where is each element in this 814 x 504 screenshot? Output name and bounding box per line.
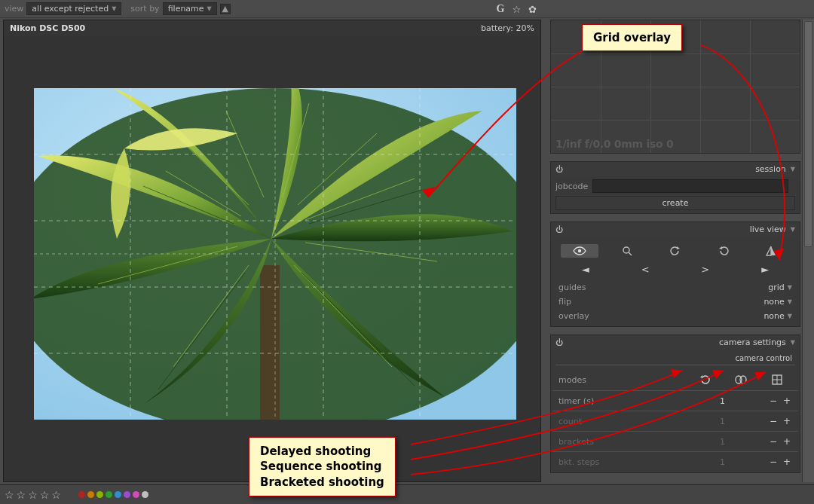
timer-value: 1 [720, 396, 765, 406]
chevron-down-icon: ▼ [791, 339, 795, 346]
delayed-shooting-icon[interactable] [690, 374, 720, 386]
chevron-down-icon: ▼ [788, 298, 792, 305]
sort-asc-button[interactable]: ▲ [220, 4, 231, 14]
sort-value: filename [168, 4, 204, 14]
color-dot[interactable] [87, 491, 94, 498]
sort-dropdown[interactable]: filename ▼ [163, 2, 217, 15]
bkt-label: bkt. steps [558, 457, 599, 467]
grouping-icon[interactable]: G [497, 3, 505, 15]
color-dot[interactable] [142, 491, 148, 498]
svg-marker-34 [771, 246, 776, 255]
guides-dropdown[interactable]: grid ▼ [768, 283, 792, 292]
svg-point-37 [740, 376, 746, 383]
overlay-value: none [764, 311, 784, 321]
create-button[interactable]: create [555, 196, 795, 210]
bracketed-shooting-icon[interactable] [762, 374, 792, 386]
sequence-shooting-icon[interactable] [726, 374, 756, 386]
chevron-down-icon: ▼ [791, 226, 795, 233]
brackets-minus[interactable]: − [768, 436, 779, 447]
color-dot[interactable] [115, 491, 121, 498]
sidebar: 1/inf f/0.0 0mm iso 0 ⏻ session ▼ jobcod… [550, 20, 800, 482]
color-dot[interactable] [96, 491, 103, 498]
flip-label: flip [558, 297, 571, 307]
session-header[interactable]: ⏻ session ▼ [551, 162, 800, 176]
annotation-sequence: Sequence shooting [260, 459, 384, 474]
rating-star-2[interactable]: ☆ [17, 489, 26, 501]
flip-value: none [764, 297, 784, 307]
camerasettings-panel: ⏻ camera settings ▼ camera control modes [550, 334, 800, 473]
bkt-value: 1 [720, 457, 765, 467]
count-label: count [558, 417, 582, 426]
power-icon: ⏻ [555, 165, 563, 173]
liveview-title: live view [750, 225, 786, 234]
rotate-cw-icon[interactable] [705, 244, 742, 258]
rotate-ccw-icon[interactable] [656, 244, 694, 258]
chevron-down-icon: ▼ [207, 5, 212, 12]
gear-icon[interactable]: ✿ [528, 4, 537, 15]
liveview-header[interactable]: ⏻ live view ▼ [551, 222, 800, 237]
color-dot[interactable] [106, 491, 112, 498]
flip-dropdown[interactable]: none ▼ [764, 297, 792, 307]
camerasettings-header[interactable]: ⏻ camera settings ▼ [551, 335, 800, 350]
play-left-icon[interactable]: ◄ [567, 262, 604, 276]
greater-than-icon[interactable]: > [687, 262, 724, 276]
rating-star-3[interactable]: ☆ [28, 489, 38, 501]
chevron-down-icon: ▼ [788, 284, 792, 291]
jobcode-label: jobcode [555, 182, 588, 191]
rating-star-4[interactable]: ☆ [40, 489, 50, 501]
chevron-down-icon: ▼ [788, 313, 792, 319]
power-icon: ⏻ [555, 225, 563, 234]
timer-plus[interactable]: + [782, 396, 792, 406]
color-label-dots [78, 491, 148, 498]
rating-star-1[interactable]: ☆ [5, 489, 14, 501]
modes-label: modes [558, 375, 586, 385]
svg-point-29 [623, 247, 629, 253]
bottombar: ☆ ☆ ☆ ☆ ☆ [0, 484, 814, 504]
brackets-label: brackets [558, 437, 594, 447]
svg-marker-33 [767, 246, 771, 255]
bkt-plus[interactable]: + [782, 457, 792, 467]
svg-rect-3 [260, 265, 280, 420]
annotation-shooting-modes: Delayed shooting Sequence shooting Brack… [249, 437, 396, 496]
liveview-panel: ⏻ live view ▼ [550, 221, 800, 327]
topbar: view all except rejected ▼ sort by filen… [0, 0, 814, 18]
less-than-icon[interactable]: < [626, 262, 664, 276]
session-title: session [755, 164, 786, 174]
count-minus[interactable]: − [768, 416, 779, 426]
timer-label: timer (s) [558, 396, 594, 406]
mirror-icon[interactable] [752, 244, 790, 258]
camerasettings-title: camera settings [719, 338, 786, 347]
sort-label: sort by [130, 4, 159, 14]
preview-exif: 1/inf f/0.0 0mm iso 0 [555, 138, 673, 150]
timer-minus[interactable]: − [768, 396, 779, 406]
camera-control-tab[interactable]: camera control [555, 353, 795, 365]
topbar-right: G ☆ ✿ [497, 0, 537, 18]
play-right-icon[interactable]: ► [746, 262, 784, 276]
guides-label: guides [558, 283, 586, 292]
color-dot[interactable] [133, 491, 139, 498]
svg-marker-31 [677, 246, 680, 249]
power-icon: ⏻ [555, 338, 563, 347]
view-value: all except rejected [32, 4, 109, 14]
camera-model: Nikon DSC D500 [10, 23, 85, 33]
sidebar-scrollbar[interactable] [802, 20, 814, 482]
color-dot[interactable] [124, 491, 130, 498]
color-dot[interactable] [78, 491, 85, 498]
svg-line-30 [629, 252, 632, 255]
count-plus[interactable]: + [782, 416, 792, 426]
annotation-grid-overlay: Grid overlay [582, 24, 682, 51]
overlay-dropdown[interactable]: none ▼ [764, 311, 792, 321]
bkt-minus[interactable]: − [768, 457, 779, 467]
brackets-plus[interactable]: + [782, 436, 792, 447]
chevron-down-icon: ▼ [791, 166, 795, 173]
view-dropdown[interactable]: all except rejected ▼ [26, 2, 121, 15]
view-label: view [5, 4, 23, 14]
annotation-bracketed: Bracketed shooting [260, 475, 384, 490]
live-view-image[interactable] [34, 88, 516, 420]
search-icon[interactable] [608, 244, 646, 258]
jobcode-input[interactable] [592, 179, 788, 193]
star-icon[interactable]: ☆ [512, 4, 521, 15]
eye-icon[interactable] [561, 244, 598, 258]
rating-star-5[interactable]: ☆ [51, 489, 61, 501]
chevron-down-icon: ▼ [112, 5, 116, 12]
